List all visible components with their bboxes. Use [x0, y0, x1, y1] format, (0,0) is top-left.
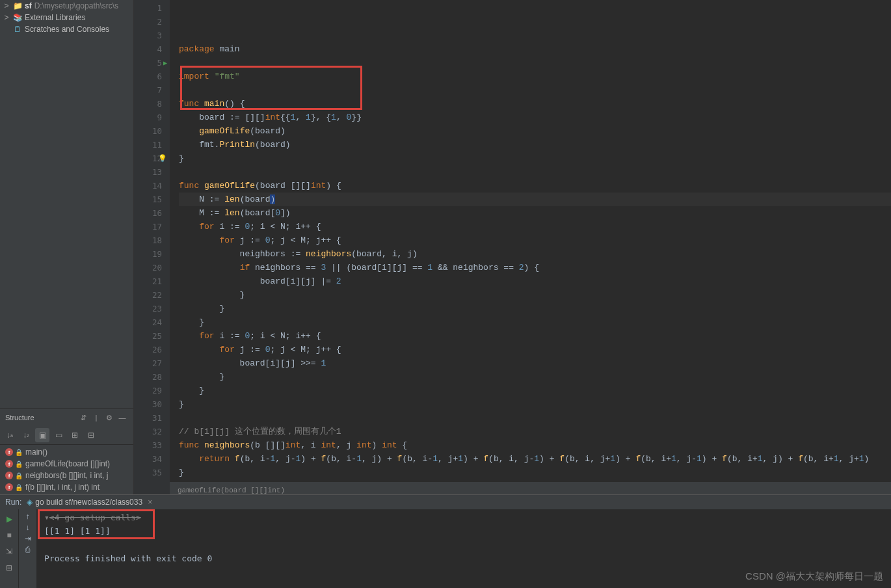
layout-icon[interactable]: ⇲: [2, 544, 16, 559]
print-icon[interactable]: ⎙: [25, 545, 30, 554]
project-root[interactable]: > 📁 sf D:\mysetup\gopath\src\s: [0, 0, 133, 12]
run-label: Run:: [5, 498, 21, 507]
run-gutter-icon[interactable]: ▶: [163, 56, 167, 70]
breadcrumb[interactable]: gameOfLife(board [][]int): [170, 481, 891, 494]
code-line[interactable]: fmt.Println(board): [179, 138, 891, 152]
code-line[interactable]: for i := 0; i < N; i++ {: [179, 220, 891, 234]
code-line[interactable]: }: [179, 288, 891, 302]
pin-icon[interactable]: ⊟: [2, 561, 16, 575]
function-badge-icon: f: [5, 448, 13, 456]
function-badge-icon: f: [5, 483, 13, 491]
stop-icon[interactable]: ■: [2, 528, 16, 542]
structure-item-label: gameOfLife(board [][]int): [25, 459, 110, 468]
intention-bulb-icon[interactable]: 💡: [158, 152, 167, 165]
setup-marker: ▾: [44, 513, 49, 522]
gear-icon[interactable]: ⚙: [103, 412, 115, 423]
code-line[interactable]: }: [179, 397, 891, 411]
code-line[interactable]: [179, 411, 891, 425]
code-area[interactable]: package mainimport "fmt"func main() { bo…: [170, 0, 891, 494]
rerun-icon[interactable]: ▶: [2, 512, 16, 526]
structure-item-label: f(b [][]int, i int, j int) int: [25, 483, 100, 492]
run-tab-label: go build sf/newclass2/class033: [35, 498, 142, 507]
code-line[interactable]: import "fmt": [179, 70, 891, 83]
code-line[interactable]: return f(b, i-1, j-1) + f(b, i-1, j) + f…: [179, 452, 891, 466]
line-gutter[interactable]: 12345▶6789101112💡13141516171819202122232…: [134, 0, 170, 494]
code-line[interactable]: [179, 56, 891, 70]
show-fields-icon[interactable]: ▣: [35, 428, 49, 442]
wrap-icon[interactable]: ⇥: [25, 534, 31, 543]
program-output: [[1 1] [1 1]]: [44, 524, 883, 538]
group-icon[interactable]: ▭: [51, 428, 66, 442]
code-line[interactable]: [179, 83, 891, 97]
function-badge-icon: f: [5, 472, 13, 479]
code-line[interactable]: }: [179, 466, 891, 479]
code-line[interactable]: }: [179, 315, 891, 329]
setup-calls: <4 go setup calls>: [49, 513, 141, 522]
sidebar: > 📁 sf D:\mysetup\gopath\src\s > 📚 Exter…: [0, 0, 134, 494]
code-line[interactable]: N := len(board): [179, 193, 891, 206]
lock-icon: 🔒: [15, 449, 23, 456]
code-line[interactable]: func gameOfLife(board [][]int) {: [179, 179, 891, 193]
lock-icon: 🔒: [15, 461, 23, 468]
code-editor[interactable]: 12345▶6789101112💡13141516171819202122232…: [134, 0, 891, 494]
code-line[interactable]: gameOfLife(board): [179, 124, 891, 138]
code-line[interactable]: board := [][]int{{1, 1}, {1, 0}}: [179, 111, 891, 124]
structure-item[interactable]: f🔒neighbors(b [][]int, i int, j: [0, 470, 133, 481]
sort-type-icon[interactable]: ↓z: [19, 428, 33, 442]
chevron-right-icon: >: [3, 13, 10, 22]
watermark: CSDN @福大大架构师每日一题: [745, 570, 883, 583]
code-line[interactable]: [179, 165, 891, 179]
go-icon: ◈: [27, 498, 33, 507]
lock-icon: 🔒: [15, 484, 23, 491]
code-line[interactable]: // b[i][j] 这个位置的数，周围有几个1: [179, 425, 891, 438]
expand-icon[interactable]: ⊞: [68, 428, 82, 442]
structure-item-label: neighbors(b [][]int, i int, j: [25, 471, 108, 480]
folder-icon: 📁: [12, 1, 23, 10]
code-line[interactable]: for i := 0; i < N; i++ {: [179, 329, 891, 343]
lock-icon: 🔒: [15, 472, 23, 479]
root-path: D:\mysetup\gopath\src\s: [34, 1, 118, 10]
code-line[interactable]: }: [179, 302, 891, 315]
code-line[interactable]: for j := 0; j < M; j++ {: [179, 234, 891, 247]
separator-icon: |: [90, 412, 102, 423]
code-line[interactable]: package main: [179, 42, 891, 56]
code-line[interactable]: }: [179, 152, 891, 165]
code-line[interactable]: M := len(board[0]): [179, 206, 891, 220]
code-line[interactable]: if neighbors == 3 || (board[i][j] == 1 &…: [179, 261, 891, 274]
code-line[interactable]: board[i][j] >>= 1: [179, 356, 891, 370]
scratch-icon: 🗒: [12, 25, 23, 34]
code-line[interactable]: func neighbors(b [][]int, i int, j int) …: [179, 438, 891, 452]
code-line[interactable]: for j := 0; j < M; j++ {: [179, 343, 891, 356]
scratch-label: Scratches and Consoles: [25, 25, 109, 34]
chevron-right-icon: >: [3, 1, 10, 10]
code-line[interactable]: }: [179, 370, 891, 384]
structure-item-label: main(): [25, 448, 47, 457]
code-line[interactable]: neighbors := neighbors(board, i, j): [179, 247, 891, 261]
structure-item[interactable]: f🔒f(b [][]int, i int, j int) int: [0, 481, 133, 493]
expand-all-icon[interactable]: ⇵: [77, 412, 89, 423]
library-icon: 📚: [12, 13, 23, 22]
code-line[interactable]: }: [179, 384, 891, 397]
structure-pane: Structure ⇵ | ⚙ — ↓a ↓z ▣ ▭ ⊞ ⊟ f🔒main()…: [0, 408, 133, 494]
up-icon[interactable]: ↑: [26, 512, 30, 521]
structure-item[interactable]: f🔒main(): [0, 446, 133, 458]
code-line[interactable]: board[i][j] |= 2: [179, 274, 891, 288]
ext-lib-label: External Libraries: [25, 13, 85, 22]
scratches-consoles[interactable]: 🗒 Scratches and Consoles: [0, 23, 133, 35]
structure-title: Structure: [5, 414, 76, 421]
collapse-icon[interactable]: ⊟: [84, 428, 98, 442]
external-libraries[interactable]: > 📚 External Libraries: [0, 12, 133, 23]
project-tree: > 📁 sf D:\mysetup\gopath\src\s > 📚 Exter…: [0, 0, 133, 408]
root-name: sf: [25, 1, 32, 10]
close-icon[interactable]: ×: [148, 498, 152, 507]
sort-alpha-icon[interactable]: ↓a: [3, 428, 17, 442]
code-line[interactable]: func main() {: [179, 97, 891, 111]
structure-item[interactable]: f🔒gameOfLife(board [][]int): [0, 458, 133, 470]
run-config-tab[interactable]: ◈ go build sf/newclass2/class033 ×: [21, 496, 157, 508]
minimize-icon[interactable]: —: [116, 412, 128, 423]
function-badge-icon: f: [5, 460, 13, 468]
exit-message: Process finished with exit code 0: [44, 552, 883, 565]
down-icon[interactable]: ↓: [26, 523, 30, 532]
